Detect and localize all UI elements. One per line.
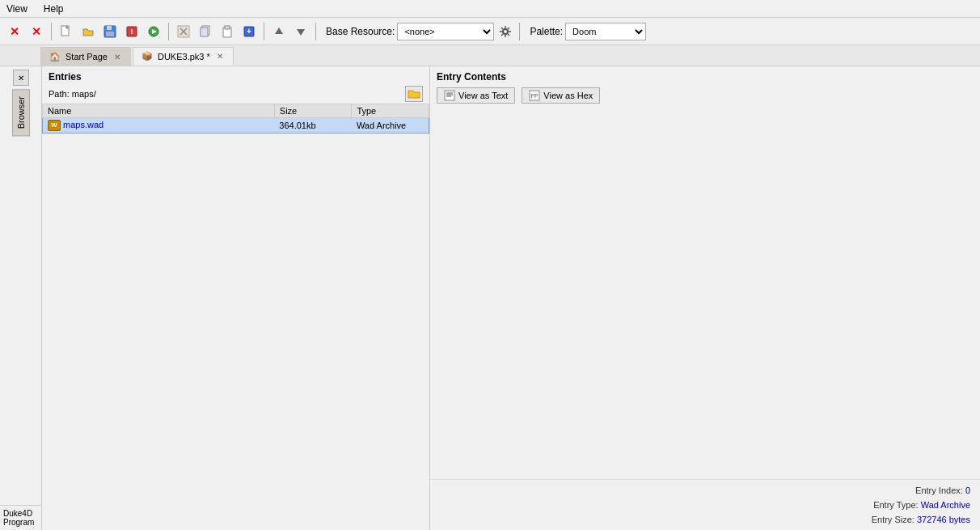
tabbar: 🏠 Start Page ✕ 📦 DUKE3.pk3 * ✕ — [0, 45, 980, 66]
view-as-hex-btn[interactable]: FF View as Hex — [522, 87, 600, 104]
toolbar-btn-action3[interactable]: + — [239, 22, 259, 41]
menu-help[interactable]: Help — [40, 2, 67, 16]
toolbar-btn-copy[interactable] — [196, 22, 215, 41]
toolbar-btn-save[interactable] — [100, 22, 120, 41]
base-resource-settings-btn[interactable] — [496, 23, 514, 40]
tab-start-icon: 🏠 — [49, 52, 61, 62]
toolbar-separator-4 — [315, 23, 316, 40]
tab-duke3-icon: 📦 — [142, 51, 153, 61]
svg-rect-2 — [107, 26, 112, 30]
svg-text:FF: FF — [531, 93, 539, 99]
tab-duke3[interactable]: 📦 DUKE3.pk3 * ✕ — [133, 47, 234, 66]
path-folder-btn[interactable] — [405, 86, 423, 102]
view-as-text-label: View as Text — [458, 91, 508, 100]
toolbar-separator-2 — [168, 23, 169, 40]
palette-label: Palette: — [530, 26, 563, 37]
entries-table: Name Size Type Wmaps.wad 364.01kb Wad Ar… — [42, 104, 429, 134]
table-row[interactable]: Wmaps.wad 364.01kb Wad Archive — [43, 118, 429, 134]
toolbar: ✕ ✕ ! + Base Resource: <none> — [0, 18, 980, 45]
toolbar-btn-action1[interactable]: ! — [122, 22, 142, 41]
contents-toolbar: View as Text FF View as Hex — [430, 86, 980, 108]
menubar: View Help — [0, 0, 980, 18]
view-as-text-btn[interactable]: View as Text — [437, 87, 515, 104]
main-area: ✕ Browser Duke4D Program Entries Path: m… — [0, 66, 980, 530]
sidebar-browser-tab[interactable]: Browser — [12, 89, 30, 136]
tab-start-label: Start Page — [65, 52, 108, 61]
file-type-cell: Wad Archive — [352, 118, 429, 134]
entries-panel: Entries Path: maps/ Name Size Type — [42, 66, 430, 530]
toolbar-btn-close1[interactable]: ✕ — [5, 22, 24, 41]
col-name: Name — [43, 104, 275, 118]
base-resource-label: Base Resource: — [326, 26, 395, 37]
toolbar-btn-close2[interactable]: ✕ — [27, 22, 46, 41]
contents-body — [430, 108, 980, 530]
status-entry-type: Entry Type: Wad Archive — [440, 498, 970, 512]
toolbar-btn-down[interactable] — [291, 22, 310, 41]
file-name: maps.wad — [63, 120, 103, 129]
entries-path-text: Path: maps/ — [49, 89, 96, 99]
contents-panel: Entry Contents View as Text FF View as H… — [430, 66, 980, 530]
svg-marker-17 — [275, 28, 283, 34]
toolbar-btn-up[interactable] — [269, 22, 289, 41]
tab-start-close[interactable]: ✕ — [112, 53, 122, 61]
svg-rect-20 — [445, 91, 454, 100]
palette-select[interactable]: Doom Heretic Hexen Strife — [565, 23, 646, 40]
svg-rect-14 — [225, 26, 230, 29]
status-bar: Entry Index: 0 Entry Type: Wad Archive E… — [430, 479, 980, 530]
tab-start-page[interactable]: 🏠 Start Page ✕ — [40, 47, 131, 66]
file-name-cell: Wmaps.wad — [43, 118, 275, 134]
svg-text:!: ! — [131, 28, 133, 36]
svg-rect-3 — [106, 32, 114, 36]
tab-duke3-close[interactable]: ✕ — [215, 52, 225, 61]
status-entry-index: Entry Index: 0 — [440, 483, 970, 498]
sidebar-bottom-item-2: Program — [3, 518, 38, 527]
toolbar-btn-new[interactable] — [57, 22, 76, 41]
toolbar-btn-paste[interactable] — [218, 22, 237, 41]
menu-view[interactable]: View — [3, 2, 31, 16]
view-hex-icon: FF — [529, 90, 540, 101]
contents-header: Entry Contents — [430, 66, 980, 86]
svg-rect-12 — [201, 28, 208, 36]
toolbar-separator-1 — [51, 23, 52, 40]
sidebar: ✕ Browser Duke4D Program — [0, 66, 42, 530]
view-as-hex-label: View as Hex — [543, 91, 593, 100]
toolbar-btn-cut[interactable] — [174, 22, 193, 41]
sidebar-close-btn[interactable]: ✕ — [13, 70, 29, 86]
status-entry-size: Entry Size: 372746 bytes — [440, 512, 970, 527]
toolbar-btn-open[interactable] — [78, 22, 98, 41]
toolbar-btn-action2[interactable] — [144, 22, 163, 41]
col-type: Type — [352, 104, 429, 118]
sidebar-bottom-item-1: Duke4D — [3, 509, 38, 518]
toolbar-separator-3 — [264, 23, 264, 40]
svg-text:+: + — [247, 27, 251, 36]
toolbar-separator-5 — [519, 23, 520, 40]
wad-icon: W — [48, 120, 61, 131]
col-size: Size — [274, 104, 352, 118]
svg-point-19 — [503, 29, 508, 34]
svg-marker-18 — [297, 29, 305, 36]
base-resource-select[interactable]: <none> — [397, 23, 494, 40]
entries-path-bar: Path: maps/ — [42, 84, 429, 104]
file-size-cell: 364.01kb — [274, 118, 352, 134]
view-text-icon — [444, 90, 455, 101]
entries-header: Entries — [42, 66, 429, 84]
file-table-container: Name Size Type Wmaps.wad 364.01kb Wad Ar… — [42, 104, 429, 530]
tab-duke3-label: DUKE3.pk3 * — [158, 52, 210, 61]
